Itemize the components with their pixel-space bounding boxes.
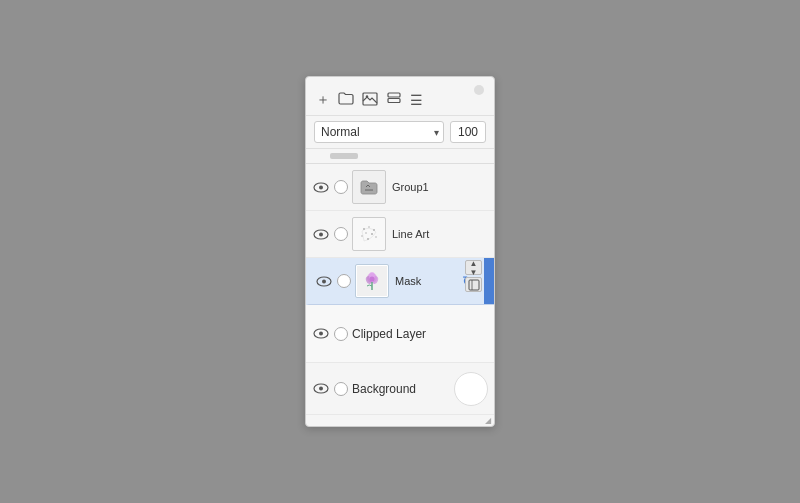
toolbar: ＋ ☰ — [306, 81, 494, 116]
visibility-icon-clipped[interactable] — [312, 327, 330, 341]
svg-point-15 — [375, 236, 377, 238]
move-up-button[interactable]: ▲▼ — [465, 260, 482, 275]
image-icon[interactable] — [362, 92, 378, 109]
svg-point-24 — [370, 277, 375, 282]
layer-clipped[interactable]: Clipped Layer — [306, 305, 494, 363]
opacity-value[interactable]: 100 — [450, 121, 486, 143]
layer-name-clipped: Clipped Layer — [352, 327, 488, 341]
bottom-corner: ◢ — [306, 415, 494, 426]
menu-icon[interactable]: ☰ — [410, 92, 423, 108]
thumb-group1 — [352, 170, 386, 204]
svg-rect-3 — [388, 98, 400, 102]
blend-select-wrapper: Normal Multiply Screen Overlay — [314, 121, 444, 143]
mask-buttons: ▲▼ — [465, 260, 482, 292]
strip-bar — [330, 153, 358, 159]
layer-name-background: Background — [352, 382, 454, 396]
svg-point-18 — [322, 279, 326, 283]
thumb-line-art — [352, 217, 386, 251]
visibility-icon-line-art[interactable] — [312, 227, 330, 241]
folder-icon[interactable] — [338, 92, 354, 108]
visibility-icon-group1[interactable] — [312, 180, 330, 194]
layer-strip-header — [306, 149, 494, 164]
layer-group1[interactable]: Group1 — [306, 164, 494, 211]
thumb-background — [454, 372, 488, 406]
layer-name-mask: Mask — [395, 275, 462, 287]
radio-background[interactable] — [334, 382, 348, 396]
radio-clipped[interactable] — [334, 327, 348, 341]
layer-name-group1: Group1 — [392, 181, 488, 193]
svg-point-12 — [365, 232, 367, 234]
svg-rect-2 — [388, 93, 400, 97]
mask-link-button[interactable] — [465, 277, 482, 292]
layers-list: Group1 — [306, 164, 494, 415]
layers-icon[interactable] — [386, 92, 402, 109]
layers-panel: ＋ ☰ — [305, 76, 495, 427]
radio-line-art[interactable] — [334, 227, 348, 241]
svg-point-29 — [319, 332, 323, 336]
resize-handle[interactable]: ◢ — [485, 416, 491, 425]
svg-point-14 — [361, 235, 363, 237]
layer-mask[interactable]: Mask ↻ ▲▼ — [306, 258, 494, 305]
thumb-mask — [355, 264, 389, 298]
svg-point-13 — [371, 233, 373, 235]
blend-mode-row: Normal Multiply Screen Overlay 100 — [306, 116, 494, 149]
svg-rect-8 — [354, 219, 384, 249]
blend-mode-select[interactable]: Normal Multiply Screen Overlay — [314, 121, 444, 143]
svg-point-5 — [319, 185, 323, 189]
layer-name-line-art: Line Art — [392, 228, 488, 240]
visibility-icon-mask[interactable] — [315, 274, 333, 288]
radio-mask[interactable] — [337, 274, 351, 288]
visibility-icon-background[interactable] — [312, 382, 330, 396]
radio-group1[interactable] — [334, 180, 348, 194]
svg-point-31 — [319, 387, 323, 391]
toolbar-icons: ＋ ☰ — [316, 91, 423, 109]
svg-rect-26 — [469, 280, 479, 290]
add-layer-icon[interactable]: ＋ — [316, 91, 330, 109]
scroll-bar — [484, 258, 494, 304]
layer-background[interactable]: Background — [306, 363, 494, 415]
layer-line-art[interactable]: Line Art — [306, 211, 494, 258]
svg-point-10 — [368, 226, 370, 228]
svg-point-7 — [319, 232, 323, 236]
svg-point-1 — [366, 95, 368, 97]
panel-dot — [474, 85, 484, 95]
